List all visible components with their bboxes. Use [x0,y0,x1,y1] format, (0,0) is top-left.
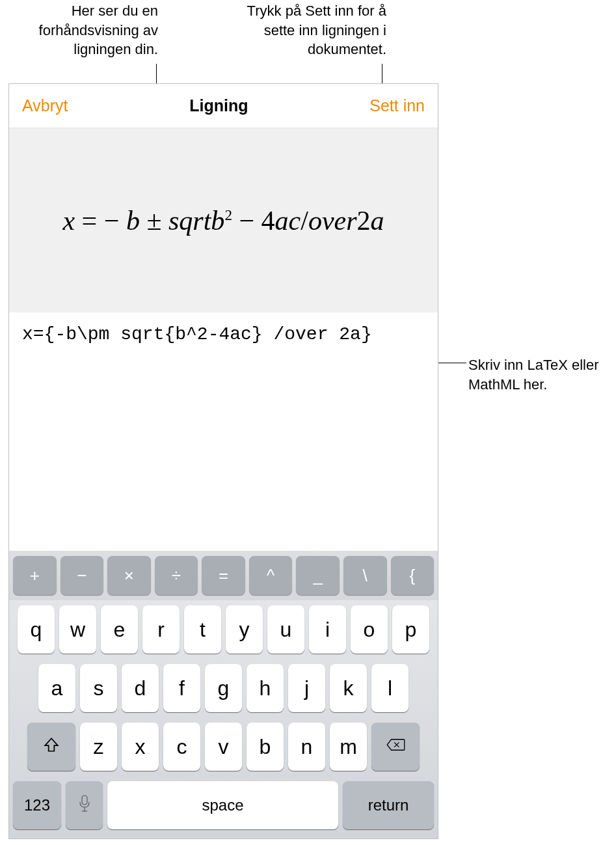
key-divide[interactable]: ÷ [155,556,198,595]
key-j[interactable]: j [288,664,325,712]
cancel-button[interactable]: Avbryt [22,96,68,115]
key-space[interactable]: space [107,781,338,829]
key-z[interactable]: z [80,723,117,771]
equation-editor-screen: Avbryt Ligning Sett inn x = − b ± sqrtb2… [8,83,438,839]
key-plus[interactable]: + [13,556,57,595]
latex-input-area [9,312,438,478]
key-i[interactable]: i [309,605,346,654]
callout-latex-text: Skriv inn LaTeX eller MathML her. [468,355,605,394]
key-l[interactable]: l [371,664,408,712]
microphone-icon [78,794,91,817]
key-a[interactable]: a [38,664,75,712]
keyboard-bottom-row: 123 space return [9,776,438,835]
key-underscore[interactable]: _ [296,556,340,595]
key-q[interactable]: q [18,605,55,654]
svg-rect-0 [82,796,87,805]
page-title: Ligning [189,96,248,115]
keyboard-row-3: z x c v b n m [9,717,438,776]
key-return[interactable]: return [343,781,434,829]
shift-icon [43,736,60,758]
key-u[interactable]: u [267,605,304,654]
key-minus[interactable]: − [60,556,104,595]
callout-insert-text: Trykk på Sett inn for å sette inn lignin… [217,1,386,59]
key-g[interactable]: g [205,664,242,712]
key-caret[interactable]: ^ [249,556,293,595]
key-multiply[interactable]: × [107,556,151,595]
key-k[interactable]: k [330,664,367,712]
key-v[interactable]: v [205,723,242,771]
navbar: Avbryt Ligning Sett inn [9,84,438,128]
key-m[interactable]: m [330,723,367,771]
key-b[interactable]: b [247,723,284,771]
key-shift[interactable] [27,723,75,771]
key-h[interactable]: h [247,664,284,712]
key-r[interactable]: r [142,605,180,654]
key-dictation[interactable] [66,781,103,829]
key-backspace[interactable] [371,723,420,771]
key-c[interactable]: c [163,723,200,771]
keyboard-row-2: a s d f g h j k l [9,659,438,717]
key-x[interactable]: x [122,723,159,771]
key-s[interactable]: s [80,664,117,712]
key-f[interactable]: f [163,664,200,712]
key-n[interactable]: n [288,723,325,771]
insert-button[interactable]: Sett inn [369,96,425,115]
key-e[interactable]: e [101,605,138,654]
equation-preview-rendered: x = − b ± sqrtb2 − 4ac/over2a [62,205,384,236]
key-equals[interactable]: = [202,556,245,595]
key-d[interactable]: d [122,664,159,712]
key-w[interactable]: w [59,605,96,654]
key-y[interactable]: y [226,605,263,654]
key-brace[interactable]: { [391,556,435,595]
key-p[interactable]: p [392,605,429,654]
key-o[interactable]: o [351,605,388,654]
callout-preview-text: Her ser du en forhåndsvisning av ligning… [18,1,158,59]
key-t[interactable]: t [184,605,221,654]
key-backslash[interactable]: \ [343,556,387,595]
latex-input[interactable] [22,324,425,344]
backspace-icon [386,738,405,756]
on-screen-keyboard: + − × ÷ = ^ _ \ { q w e r t y u i o p a … [9,551,438,838]
keyboard-row-1: q w e r t y u i o p [9,600,438,659]
equation-preview: x = − b ± sqrtb2 − 4ac/over2a [9,128,438,312]
keyboard-symbol-row: + − × ÷ = ^ _ \ { [9,551,438,600]
key-numbers[interactable]: 123 [13,781,61,829]
